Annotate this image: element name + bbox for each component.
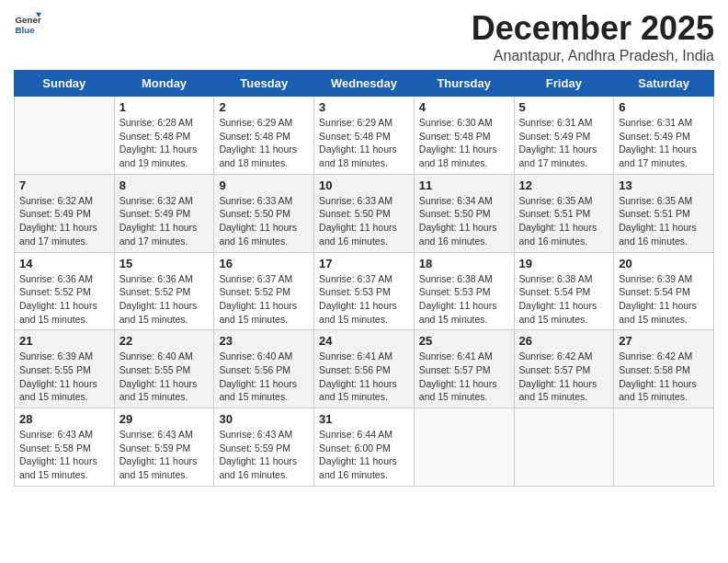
calendar-week-row: 28Sunrise: 6:43 AM Sunset: 5:58 PM Dayli… <box>15 408 714 487</box>
day-number: 19 <box>519 257 609 270</box>
day-number: 17 <box>319 257 409 270</box>
calendar-cell: 14Sunrise: 6:36 AM Sunset: 5:52 PM Dayli… <box>15 252 115 330</box>
day-info: Sunrise: 6:38 AM Sunset: 5:54 PM Dayligh… <box>519 272 609 327</box>
calendar-cell: 31Sunrise: 6:44 AM Sunset: 6:00 PM Dayli… <box>314 408 415 487</box>
day-number: 12 <box>519 178 609 192</box>
calendar-cell: 25Sunrise: 6:41 AM Sunset: 5:57 PM Dayli… <box>414 330 514 408</box>
day-number: 20 <box>619 257 709 270</box>
day-info: Sunrise: 6:32 AM Sunset: 5:49 PM Dayligh… <box>19 194 109 248</box>
calendar-week-row: 14Sunrise: 6:36 AM Sunset: 5:52 PM Dayli… <box>15 252 714 330</box>
day-info: Sunrise: 6:43 AM Sunset: 5:58 PM Dayligh… <box>19 428 109 482</box>
calendar-cell: 19Sunrise: 6:38 AM Sunset: 5:54 PM Dayli… <box>514 252 614 330</box>
day-number: 11 <box>419 178 509 192</box>
calendar-cell: 24Sunrise: 6:41 AM Sunset: 5:56 PM Dayli… <box>314 330 415 408</box>
day-info: Sunrise: 6:43 AM Sunset: 5:59 PM Dayligh… <box>219 428 309 482</box>
day-info: Sunrise: 6:32 AM Sunset: 5:49 PM Dayligh… <box>119 194 210 248</box>
day-number: 25 <box>419 334 509 348</box>
day-info: Sunrise: 6:30 AM Sunset: 5:48 PM Dayligh… <box>419 116 509 170</box>
calendar-cell: 8Sunrise: 6:32 AM Sunset: 5:49 PM Daylig… <box>114 174 214 252</box>
calendar-header-monday: Monday <box>114 71 214 97</box>
day-info: Sunrise: 6:40 AM Sunset: 5:56 PM Dayligh… <box>219 350 309 404</box>
calendar-header-tuesday: Tuesday <box>214 71 314 97</box>
day-number: 6 <box>619 100 709 114</box>
day-number: 3 <box>319 100 409 114</box>
day-number: 14 <box>19 257 109 270</box>
calendar-week-row: 21Sunrise: 6:39 AM Sunset: 5:55 PM Dayli… <box>15 330 714 408</box>
calendar-header-wednesday: Wednesday <box>314 71 415 97</box>
day-number: 22 <box>119 334 210 348</box>
day-number: 4 <box>419 100 509 114</box>
day-number: 15 <box>119 257 210 270</box>
day-info: Sunrise: 6:36 AM Sunset: 5:52 PM Dayligh… <box>119 272 210 327</box>
day-number: 9 <box>219 178 309 192</box>
calendar-cell <box>614 408 714 487</box>
day-number: 8 <box>119 178 210 192</box>
calendar-cell: 23Sunrise: 6:40 AM Sunset: 5:56 PM Dayli… <box>214 330 314 408</box>
calendar-header-row: SundayMondayTuesdayWednesdayThursdayFrid… <box>15 71 714 97</box>
logo: General Blue <box>14 9 43 37</box>
day-info: Sunrise: 6:31 AM Sunset: 5:49 PM Dayligh… <box>619 116 709 170</box>
calendar-cell: 5Sunrise: 6:31 AM Sunset: 5:49 PM Daylig… <box>514 97 614 175</box>
calendar-cell: 16Sunrise: 6:37 AM Sunset: 5:52 PM Dayli… <box>214 252 314 330</box>
day-info: Sunrise: 6:36 AM Sunset: 5:52 PM Dayligh… <box>19 272 109 327</box>
day-info: Sunrise: 6:29 AM Sunset: 5:48 PM Dayligh… <box>219 116 309 170</box>
title-block: December 2025 Anantapur, Andhra Pradesh,… <box>472 9 714 64</box>
day-info: Sunrise: 6:33 AM Sunset: 5:50 PM Dayligh… <box>219 194 309 248</box>
day-info: Sunrise: 6:39 AM Sunset: 5:55 PM Dayligh… <box>19 350 109 404</box>
month-title: December 2025 <box>472 9 714 48</box>
calendar-cell: 13Sunrise: 6:35 AM Sunset: 5:51 PM Dayli… <box>614 174 714 252</box>
day-info: Sunrise: 6:39 AM Sunset: 5:54 PM Dayligh… <box>619 272 709 327</box>
day-info: Sunrise: 6:29 AM Sunset: 5:48 PM Dayligh… <box>319 116 409 170</box>
day-info: Sunrise: 6:35 AM Sunset: 5:51 PM Dayligh… <box>619 194 709 248</box>
day-number: 13 <box>619 178 709 192</box>
calendar-header-sunday: Sunday <box>15 71 115 97</box>
day-info: Sunrise: 6:28 AM Sunset: 5:48 PM Dayligh… <box>119 116 210 170</box>
page-header: General Blue December 2025 Anantapur, An… <box>14 9 714 64</box>
day-info: Sunrise: 6:33 AM Sunset: 5:50 PM Dayligh… <box>319 194 409 248</box>
day-info: Sunrise: 6:41 AM Sunset: 5:57 PM Dayligh… <box>419 350 509 404</box>
day-info: Sunrise: 6:31 AM Sunset: 5:49 PM Dayligh… <box>519 116 609 170</box>
calendar-cell: 3Sunrise: 6:29 AM Sunset: 5:48 PM Daylig… <box>314 97 415 175</box>
day-number: 26 <box>519 334 609 348</box>
calendar-cell: 17Sunrise: 6:37 AM Sunset: 5:53 PM Dayli… <box>314 252 415 330</box>
day-number: 16 <box>219 257 309 270</box>
day-number: 18 <box>419 257 509 270</box>
day-number: 10 <box>319 178 409 192</box>
day-number: 2 <box>219 100 309 114</box>
day-info: Sunrise: 6:43 AM Sunset: 5:59 PM Dayligh… <box>119 428 210 482</box>
calendar-header-thursday: Thursday <box>414 71 514 97</box>
day-info: Sunrise: 6:38 AM Sunset: 5:53 PM Dayligh… <box>419 272 509 327</box>
day-info: Sunrise: 6:44 AM Sunset: 6:00 PM Dayligh… <box>319 428 409 482</box>
day-number: 30 <box>219 412 309 426</box>
day-info: Sunrise: 6:42 AM Sunset: 5:57 PM Dayligh… <box>519 350 609 404</box>
calendar-cell: 26Sunrise: 6:42 AM Sunset: 5:57 PM Dayli… <box>514 330 614 408</box>
calendar-cell: 22Sunrise: 6:40 AM Sunset: 5:55 PM Dayli… <box>114 330 214 408</box>
day-info: Sunrise: 6:40 AM Sunset: 5:55 PM Dayligh… <box>119 350 210 404</box>
day-info: Sunrise: 6:37 AM Sunset: 5:52 PM Dayligh… <box>219 272 309 327</box>
calendar-cell <box>514 408 614 487</box>
calendar-table: SundayMondayTuesdayWednesdayThursdayFrid… <box>14 70 714 487</box>
calendar-cell: 4Sunrise: 6:30 AM Sunset: 5:48 PM Daylig… <box>414 97 514 175</box>
day-info: Sunrise: 6:37 AM Sunset: 5:53 PM Dayligh… <box>319 272 409 327</box>
day-info: Sunrise: 6:34 AM Sunset: 5:50 PM Dayligh… <box>419 194 509 248</box>
calendar-cell: 28Sunrise: 6:43 AM Sunset: 5:58 PM Dayli… <box>15 408 115 487</box>
calendar-cell <box>15 97 115 175</box>
calendar-cell: 7Sunrise: 6:32 AM Sunset: 5:49 PM Daylig… <box>15 174 115 252</box>
calendar-cell: 1Sunrise: 6:28 AM Sunset: 5:48 PM Daylig… <box>114 97 214 175</box>
day-info: Sunrise: 6:42 AM Sunset: 5:58 PM Dayligh… <box>619 350 709 404</box>
calendar-header-friday: Friday <box>514 71 614 97</box>
day-number: 28 <box>19 412 109 426</box>
day-number: 31 <box>319 412 409 426</box>
calendar-cell: 2Sunrise: 6:29 AM Sunset: 5:48 PM Daylig… <box>214 97 314 175</box>
calendar-cell: 9Sunrise: 6:33 AM Sunset: 5:50 PM Daylig… <box>214 174 314 252</box>
svg-text:General: General <box>16 15 42 25</box>
day-number: 5 <box>519 100 609 114</box>
location-subtitle: Anantapur, Andhra Pradesh, India <box>472 48 714 64</box>
day-number: 29 <box>119 412 210 426</box>
day-number: 1 <box>119 100 210 114</box>
calendar-cell: 11Sunrise: 6:34 AM Sunset: 5:50 PM Dayli… <box>414 174 514 252</box>
day-number: 7 <box>19 178 109 192</box>
calendar-cell: 15Sunrise: 6:36 AM Sunset: 5:52 PM Dayli… <box>114 252 214 330</box>
calendar-week-row: 7Sunrise: 6:32 AM Sunset: 5:49 PM Daylig… <box>15 174 714 252</box>
calendar-cell: 20Sunrise: 6:39 AM Sunset: 5:54 PM Dayli… <box>614 252 714 330</box>
